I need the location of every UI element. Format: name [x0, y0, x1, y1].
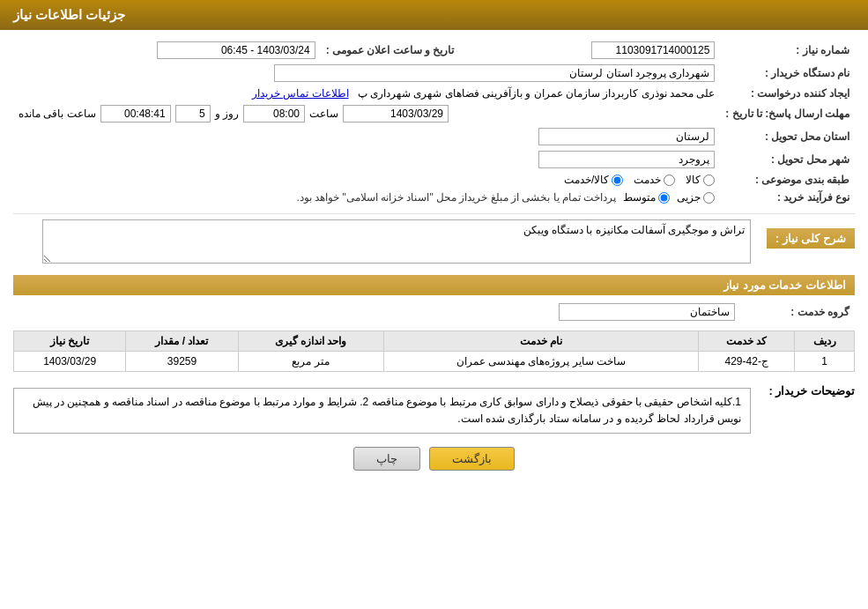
nam-dastgah-input[interactable] — [274, 64, 715, 82]
col-tedad: تعداد / مقدار — [126, 331, 238, 352]
mohlat-rooz-input[interactable] — [175, 105, 211, 123]
radio-kala-label: کالا — [686, 174, 701, 186]
ostan-label: استان محل تحویل : — [720, 125, 855, 148]
radio-kala-khadamat-input[interactable] — [612, 175, 623, 186]
mohlat-saat-input[interactable] — [243, 105, 305, 123]
sharh-textarea[interactable] — [42, 219, 751, 264]
mohlat-date-input[interactable] — [343, 105, 449, 123]
radio-motevaset-input[interactable] — [658, 192, 670, 204]
services-section-title: اطلاعات خدمات مورد نیاز — [13, 275, 855, 295]
saat-label: ساعت — [309, 108, 338, 120]
services-label: اطلاعات خدمات مورد نیاز — [723, 279, 846, 292]
tarikhe-elan-input[interactable] — [157, 41, 315, 59]
grohe-khadamat-section: گروه خدمت : — [13, 301, 855, 323]
table-row: 1 ج-42-429 ساخت سایر پروژه‌های مهندسی عم… — [14, 352, 855, 372]
baghi-mande-label: ساعت باقی مانده — [19, 108, 96, 120]
radio-khadamat-input[interactable] — [664, 175, 675, 186]
content-area: شماره نیاز : تاریخ و ساعت اعلان عمومی : … — [0, 30, 868, 493]
sharh-section-title: شرح کلی نیاز : — [758, 219, 855, 254]
col-kod: کد خدمت — [699, 331, 795, 352]
cell-kod: ج-42-429 — [699, 352, 795, 372]
radio-kala-khadamat-label: کالا/خدمت — [564, 174, 609, 186]
shomare-niaz-label: شماره نیاز : — [720, 39, 855, 62]
col-radif: ردیف — [795, 331, 855, 352]
radio-khadamat-label: خدمت — [634, 174, 661, 186]
col-tarikh: تاریخ نیاز — [14, 331, 126, 352]
button-row: بازگشت چاپ — [13, 447, 855, 471]
info-section: شماره نیاز : تاریخ و ساعت اعلان عمومی : … — [13, 39, 855, 206]
noe-farayand-note: پرداخت تمام یا بخشی از مبلغ خریداز محل "… — [296, 191, 616, 204]
radio-kala-input[interactable] — [703, 175, 715, 186]
radio-jozii[interactable]: جزیی — [677, 191, 715, 204]
radio-kala[interactable]: کالا — [686, 174, 715, 186]
shomare-niaz-input[interactable] — [591, 41, 715, 59]
print-button[interactable]: چاپ — [353, 447, 420, 471]
mohlat-baghi-input[interactable] — [100, 105, 171, 123]
cell-nam: ساخت سایر پروژه‌های مهندسی عمران — [383, 352, 699, 372]
radio-khadamat[interactable]: خدمت — [634, 174, 675, 186]
page-header: جزئیات اطلاعات نیاز — [0, 0, 868, 30]
tarikhe-elan-label: تاریخ و ساعت اعلان عمومی : — [321, 39, 460, 62]
toshihat-label: توضیحات خریدار : — [758, 381, 855, 397]
header-title: جزئیات اطلاعات نیاز — [13, 7, 125, 22]
page-wrapper: جزئیات اطلاعات نیاز شماره نیاز : تاریخ و… — [0, 0, 868, 609]
mohlat-label: مهلت ارسال پاسخ: تا تاریخ : — [720, 102, 855, 125]
toshihat-box: 1.کلیه اشخاص حقیقی با حقوقی ذیصلاح و دار… — [13, 388, 751, 434]
col-vahed: واحد اندازه گیری — [238, 331, 383, 352]
eijad-konande-label: ایجاد کننده درخواست : — [720, 85, 855, 102]
back-button[interactable]: بازگشت — [429, 447, 515, 471]
toshihat-value: 1.کلیه اشخاص حقیقی با حقوقی ذیصلاح و دار… — [33, 396, 741, 425]
radio-jozii-label: جزیی — [677, 191, 701, 204]
tamas-khardar-link[interactable]: اطلاعات تماس خریدار — [252, 87, 349, 100]
col-nam: نام خدمت — [383, 331, 699, 352]
rooz-label: روز و — [215, 108, 239, 120]
shahr-input[interactable] — [538, 151, 715, 168]
sharh-label: شرح کلی نیاز : — [775, 232, 846, 245]
radio-motevaset[interactable]: متوسط — [623, 191, 670, 204]
cell-tarikh: 1403/03/29 — [14, 352, 126, 372]
grohe-khadamat-label: گروه خدمت : — [740, 301, 855, 323]
services-table: ردیف کد خدمت نام خدمت واحد اندازه گیری ت… — [13, 330, 855, 372]
nam-dastgah-label: نام دستگاه خریدار : — [720, 62, 855, 85]
ostan-input[interactable] — [538, 128, 715, 145]
radio-kala-khadamat[interactable]: کالا/خدمت — [564, 174, 623, 186]
grohe-khadamat-input[interactable] — [559, 303, 735, 321]
cell-vahed: متر مربع — [238, 352, 383, 372]
radio-motevaset-label: متوسط — [623, 191, 656, 204]
shahr-label: شهر محل تحویل : — [720, 148, 855, 171]
cell-tedad: 39259 — [126, 352, 238, 372]
noe-farayand-label: نوع فرآیند خرید : — [720, 189, 855, 206]
eijad-konande-value: علی محمد نوذری کاربرداز سازمان عمران و ب… — [358, 87, 716, 100]
radio-jozii-input[interactable] — [703, 192, 715, 204]
tabaqe-label: طبقه بندی موضوعی : — [720, 171, 855, 189]
cell-radif: 1 — [795, 352, 855, 372]
divider1 — [13, 213, 855, 214]
